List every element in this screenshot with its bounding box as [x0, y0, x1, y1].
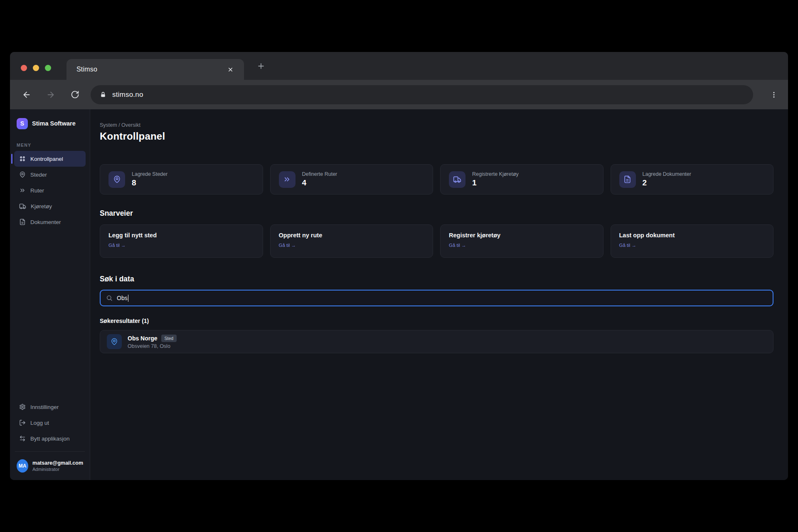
stat-label: Lagrede Dokumenter [643, 171, 691, 177]
search-icon [106, 295, 113, 301]
plus-icon [257, 62, 265, 70]
document-icon [623, 175, 631, 183]
shortcut-opprett-ny-rute[interactable]: Opprett ny rute Gå til → [270, 224, 433, 258]
window-controls [21, 65, 51, 71]
stat-label: Definerte Ruter [302, 171, 337, 177]
page-title: Kontrollpanel [100, 131, 773, 142]
sidebar-item-label: Kontrollpanel [30, 156, 63, 162]
tab-close-button[interactable] [225, 64, 236, 75]
stat-value: 4 [302, 178, 337, 187]
shortcut-title: Legg til nytt sted [108, 232, 254, 239]
browser-toolbar: stimso.no [10, 80, 788, 109]
reload-button[interactable] [66, 86, 83, 103]
shortcut-link[interactable]: Gå til → [279, 243, 296, 248]
close-window-button[interactable] [21, 65, 27, 71]
menu-section-label: MENY [17, 143, 83, 148]
browser-window: Stimso stimso.no [10, 52, 788, 480]
breadcrumb: System / Oversikt [100, 122, 773, 128]
map-pin-icon [19, 171, 26, 178]
map-pin-icon [113, 175, 121, 183]
shortcut-last-opp-dokument[interactable]: Last opp dokument Gå til → [611, 224, 774, 258]
sidebar-item-steder[interactable]: Steder [14, 167, 86, 182]
stat-value: 1 [472, 178, 519, 187]
stats-row: Lagrede Steder 8 Definerte Ruter 4 [100, 164, 773, 195]
sidebar-item-kjoretoy[interactable]: Kjøretøy [14, 198, 86, 214]
results-heading: Søkeresultater (1) [100, 318, 773, 324]
sidebar-item-ruter[interactable]: Ruter [14, 182, 86, 198]
kebab-menu-icon [770, 91, 778, 99]
shortcuts-row: Legg til nytt sted Gå til → Opprett ny r… [100, 224, 773, 258]
back-button[interactable] [18, 86, 35, 103]
shortcuts-heading: Snarveier [100, 209, 773, 218]
shortcut-link[interactable]: Gå til → [449, 243, 466, 248]
stat-label: Registrerte Kjøretøy [472, 171, 519, 177]
stat-card-definerte-ruter: Definerte Ruter 4 [270, 164, 433, 195]
sidebar-item-label: Kjøretøy [31, 203, 52, 209]
main-content: System / Oversikt Kontrollpanel Lagrede … [90, 109, 788, 480]
stat-label: Lagrede Steder [132, 171, 167, 177]
lock-icon [100, 91, 106, 98]
swap-arrows-icon [19, 435, 26, 442]
text-cursor [128, 295, 129, 302]
sidebar-item-bytt-applikasjon[interactable]: Bytt applikasjon [14, 431, 86, 446]
user-role: Administrator [32, 467, 83, 472]
user-email: matsare@gmail.com [32, 460, 83, 466]
stat-card-lagrede-dokumenter: Lagrede Dokumenter 2 [611, 164, 774, 195]
app-page: S Stima Software MENY Kontrollpanel Sted… [10, 109, 788, 480]
sidebar-item-label: Innstillinger [30, 404, 59, 410]
sidebar-item-dokumenter[interactable]: Dokumenter [14, 214, 86, 230]
logout-icon [19, 419, 26, 426]
shortcut-link[interactable]: Gå til → [619, 243, 637, 248]
brand: S Stima Software [14, 116, 86, 131]
new-tab-button[interactable] [254, 59, 268, 73]
search-heading: Søk i data [100, 275, 773, 283]
search-result-item[interactable]: Obs Norge Sted Obsveien 78, Oslo [100, 330, 773, 353]
url-bar[interactable]: stimso.no [91, 85, 753, 104]
user-profile[interactable]: MA matsare@gmail.com Administrator [14, 457, 86, 476]
stat-card-registrerte-kjoretoy: Registrerte Kjøretøy 1 [440, 164, 603, 195]
shortcut-title: Opprett ny rute [279, 232, 425, 239]
search-input[interactable]: Obs [100, 290, 773, 306]
close-icon [227, 66, 234, 73]
gear-icon [19, 404, 26, 410]
sidebar-item-label: Steder [30, 172, 47, 178]
browser-tab[interactable]: Stimso [66, 59, 244, 80]
truck-icon [19, 203, 26, 210]
document-icon [19, 219, 26, 225]
shortcut-title: Last opp dokument [619, 232, 765, 239]
stat-value: 2 [643, 178, 691, 187]
maximize-window-button[interactable] [45, 65, 51, 71]
browser-menu-button[interactable] [766, 86, 782, 103]
shortcut-title: Registrer kjøretøy [449, 232, 595, 239]
chevrons-right-icon [283, 175, 291, 183]
back-icon [22, 90, 31, 99]
truck-icon [453, 175, 461, 184]
shortcut-link[interactable]: Gå til → [108, 243, 126, 248]
sidebar-item-label: Bytt applikasjon [30, 436, 70, 442]
shortcut-legg-til-nytt-sted[interactable]: Legg til nytt sted Gå til → [100, 224, 263, 258]
url-text: stimso.no [112, 91, 143, 99]
tab-title: Stimso [76, 66, 97, 73]
sidebar: S Stima Software MENY Kontrollpanel Sted… [10, 109, 90, 480]
result-subtitle: Obsveien 78, Oslo [128, 343, 177, 349]
forward-button[interactable] [42, 86, 59, 103]
brand-logo: S [17, 118, 28, 129]
grid-icon [19, 155, 26, 162]
sidebar-item-label: Ruter [30, 187, 44, 194]
stat-value: 8 [132, 178, 167, 187]
sidebar-item-kontrollpanel[interactable]: Kontrollpanel [14, 151, 86, 167]
result-type-badge: Sted [161, 335, 177, 342]
brand-name: Stima Software [32, 120, 76, 127]
sidebar-item-innstillinger[interactable]: Innstillinger [14, 399, 86, 415]
avatar: MA [17, 459, 28, 473]
minimize-window-button[interactable] [33, 65, 39, 71]
search-input-value: Obs [117, 295, 128, 301]
stat-card-lagrede-steder: Lagrede Steder 8 [100, 164, 263, 195]
sidebar-item-label: Dokumenter [30, 219, 61, 225]
result-title: Obs Norge [128, 335, 158, 342]
tab-strip: Stimso [10, 52, 788, 80]
sidebar-footer: Innstillinger Logg ut Bytt applikasjon M… [14, 399, 86, 476]
shortcut-registrer-kjoretoy[interactable]: Registrer kjøretøy Gå til → [440, 224, 603, 258]
forward-icon [46, 90, 55, 99]
sidebar-item-logg-ut[interactable]: Logg ut [14, 415, 86, 431]
